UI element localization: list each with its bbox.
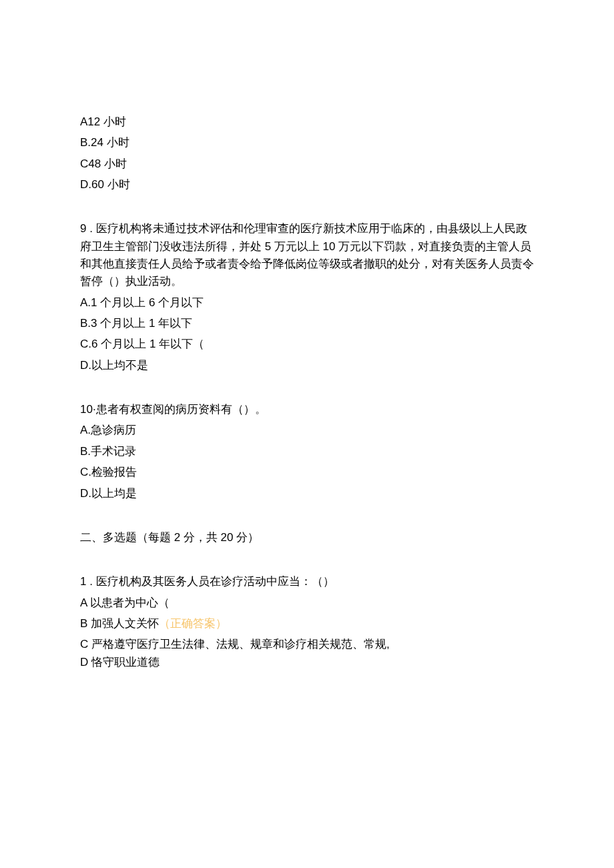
s2q1-option-a: A 以患者为中心（: [80, 594, 534, 612]
q10-option-b: B.手术记录: [80, 443, 534, 460]
q10-option-a: A.急诊病历: [80, 422, 534, 439]
question-10: 10·患者有权查阅的病历资料有（）。 A.急诊病历 B.手术记录 C.检验报告 …: [80, 401, 534, 502]
s2q1-option-d: D 恪守职业道德: [80, 654, 534, 671]
section-2-heading-block: 二、多选题（每题 2 分，共 20 分）: [80, 529, 534, 546]
q9-option-d: D.以上均不是: [80, 357, 534, 374]
q9-option-a: A.1 个月以上 6 个月以下: [80, 294, 534, 312]
q9-option-c: C.6 个月以上 1 年以下（: [80, 336, 534, 353]
q9-option-b: B.3 个月以上 1 年以下: [80, 315, 534, 332]
q10-option-d: D.以上均是: [80, 485, 534, 502]
s2q1-option-b-text: B 加强人文关怀: [80, 617, 159, 630]
q10-text: 10·患者有权查阅的病历资料有（）。: [80, 401, 534, 418]
question-8-options: A12 小时 B.24 小时 C48 小时 D.60 小时: [80, 113, 534, 193]
q8-option-c: C48 小时: [80, 155, 534, 173]
q8-option-d: D.60 小时: [80, 176, 534, 193]
q10-option-c: C.检验报告: [80, 464, 534, 481]
section-2-heading: 二、多选题（每题 2 分，共 20 分）: [80, 529, 534, 546]
s2q1-option-b: B 加强人文关怀（正确答案）: [80, 615, 534, 632]
s2q1-text: 1 . 医疗机构及其医务人员在诊疗活动中应当：（）: [80, 573, 534, 590]
q8-option-a: A12 小时: [80, 113, 534, 131]
s2q1-option-c: C 严格遵守医疗卫生法律、法规、规章和诊疗相关规范、常规,: [80, 636, 534, 653]
q8-option-b: B.24 小时: [80, 134, 534, 151]
q9-text: 9 . 医疗机构将未通过技术评估和伦理审查的医疗新技术应用于临床的，由县级以上人…: [80, 220, 534, 290]
section-2-question-1: 1 . 医疗机构及其医务人员在诊疗活动中应当：（） A 以患者为中心（ B 加强…: [80, 573, 534, 671]
question-9: 9 . 医疗机构将未通过技术评估和伦理审查的医疗新技术应用于临床的，由县级以上人…: [80, 220, 534, 374]
correct-answer-label: （正确答案）: [159, 617, 227, 630]
